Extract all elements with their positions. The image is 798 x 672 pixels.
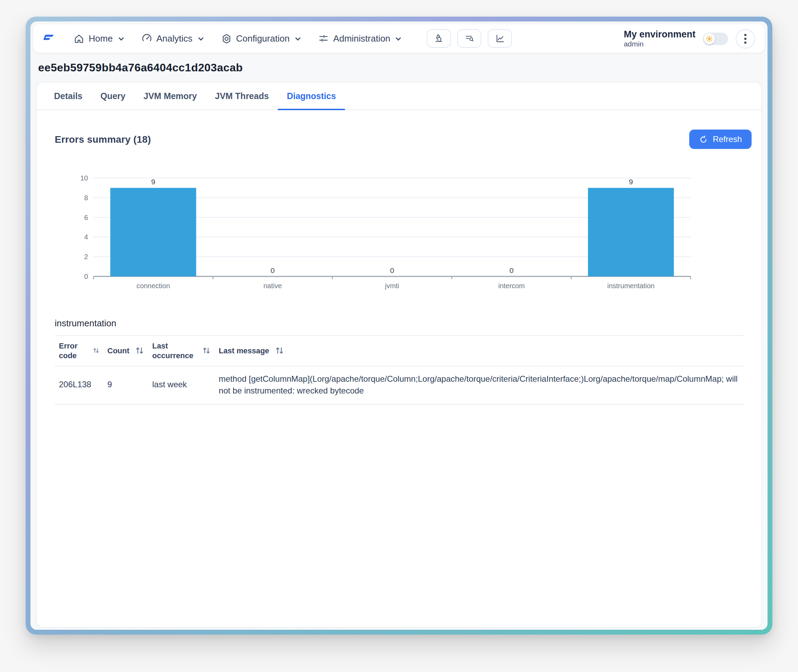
environment-info: My environment admin <box>624 29 696 48</box>
column-header-last-occurrence[interactable]: Last occurrence <box>148 336 215 366</box>
log-search-button[interactable] <box>457 29 482 48</box>
svg-text:instrumentation: instrumentation <box>607 282 655 290</box>
chevron-down-icon <box>197 35 204 42</box>
svg-text:0: 0 <box>270 266 275 274</box>
gauge-icon <box>141 33 152 44</box>
column-header-last-message[interactable]: Last message <box>215 336 745 366</box>
home-icon <box>74 33 85 44</box>
svg-text:intercom: intercom <box>498 282 525 290</box>
theme-toggle[interactable] <box>703 32 728 45</box>
chevron-down-icon <box>117 35 124 42</box>
errors-table: Error code Count Last occurrence <box>55 335 745 405</box>
nav-menu-analytics[interactable]: Analytics <box>134 29 211 48</box>
refresh-label: Refresh <box>713 134 742 144</box>
cell-last-occurrence: last week <box>148 366 215 405</box>
tab-bar: Details Query JVM Memory JVM Threads Dia… <box>37 82 761 110</box>
profiler-button[interactable] <box>427 29 451 48</box>
list-search-icon <box>464 33 475 44</box>
theme-toggle-knob <box>704 33 715 44</box>
microscope-icon <box>434 33 445 44</box>
more-options-button[interactable] <box>736 29 755 48</box>
tab-details[interactable]: Details <box>45 82 91 110</box>
content-card: Details Query JVM Memory JVM Threads Dia… <box>36 82 762 628</box>
environment-name: My environment <box>624 29 696 40</box>
errors-bar-chart: 02468109connection0native0jvmti0intercom… <box>58 168 752 308</box>
errors-summary-title: Errors summary (18) <box>55 134 151 145</box>
nav-menu-administration[interactable]: Administration <box>311 29 409 48</box>
svg-text:6: 6 <box>84 214 88 221</box>
cell-count: 9 <box>103 366 148 405</box>
sort-icon <box>93 347 99 355</box>
sort-icon <box>135 347 144 355</box>
svg-text:10: 10 <box>80 174 88 182</box>
nav-menu-label: Analytics <box>156 33 192 44</box>
chevron-down-icon <box>395 35 402 42</box>
svg-text:8: 8 <box>84 194 88 202</box>
svg-text:0: 0 <box>510 266 513 274</box>
nav-menu-configuration[interactable]: Configuration <box>214 29 308 48</box>
svg-text:2: 2 <box>84 253 88 261</box>
cell-last-message: method [getColumnMap](Lorg/apache/torque… <box>215 366 745 405</box>
environment-role: admin <box>624 40 696 48</box>
refresh-button[interactable]: Refresh <box>689 130 752 149</box>
tab-jvm-memory[interactable]: JVM Memory <box>134 82 206 110</box>
svg-text:9: 9 <box>151 178 155 186</box>
refresh-icon <box>699 135 708 144</box>
line-chart-icon <box>494 33 506 44</box>
column-header-error-code[interactable]: Error code <box>55 336 103 366</box>
nav-tool-buttons <box>427 29 512 48</box>
table-section-title: instrumentation <box>55 318 752 328</box>
chevron-down-icon <box>294 35 301 42</box>
tab-query[interactable]: Query <box>91 82 134 110</box>
tab-jvm-threads[interactable]: JVM Threads <box>206 82 278 110</box>
errors-table-header-row: Error code Count Last occurrence <box>55 336 745 366</box>
page-title: ee5eb59759bb4a76a6404cc1d203acab <box>38 62 768 74</box>
sun-icon <box>706 35 713 42</box>
kebab-menu-icon <box>744 33 747 44</box>
nav-left-group: Home Analytics Configuration <box>42 29 512 48</box>
nav-menu-home[interactable]: Home <box>67 29 131 48</box>
settings-target-icon <box>221 33 232 44</box>
svg-text:native: native <box>264 282 282 290</box>
top-navbar: Home Analytics Configuration <box>33 24 765 53</box>
diagnostics-panel: Errors summary (18) Refresh 02468109conn… <box>37 110 761 419</box>
svg-text:9: 9 <box>629 178 633 186</box>
sliders-icon <box>318 33 329 44</box>
metrics-button[interactable] <box>488 29 512 48</box>
svg-text:0: 0 <box>390 266 394 274</box>
svg-text:jvmti: jvmti <box>384 282 399 290</box>
app-window: Home Analytics Configuration <box>30 21 768 630</box>
app-logo-icon[interactable] <box>42 32 55 45</box>
cell-error-code: 206L138 <box>55 366 103 405</box>
errors-summary-header: Errors summary (18) Refresh <box>48 130 752 149</box>
svg-text:0: 0 <box>84 273 88 280</box>
column-header-count[interactable]: Count <box>103 336 148 366</box>
app-window-frame: Home Analytics Configuration <box>26 17 772 635</box>
table-row: 206L138 9 last week method [getColumnMap… <box>55 366 745 405</box>
svg-text:connection: connection <box>136 282 170 290</box>
nav-menu-label: Home <box>89 33 113 44</box>
desktop-background: Home Analytics Configuration <box>0 0 798 672</box>
tab-diagnostics[interactable]: Diagnostics <box>278 82 345 110</box>
sort-icon <box>275 347 284 355</box>
nav-menu-label: Configuration <box>236 33 289 44</box>
nav-right-group: My environment admin <box>624 29 755 48</box>
sort-icon <box>202 347 211 355</box>
svg-text:4: 4 <box>84 233 88 241</box>
nav-menu-label: Administration <box>333 33 390 44</box>
